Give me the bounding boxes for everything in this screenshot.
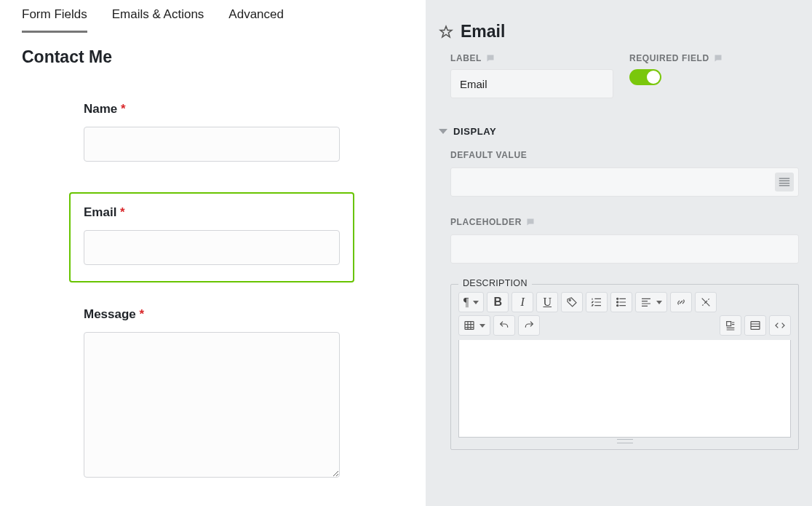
placeholder-heading-text: PLACEHOLDER	[450, 217, 522, 227]
svg-rect-6	[751, 322, 760, 330]
label-input[interactable]	[450, 69, 613, 98]
rte-ordered-list-button[interactable]	[586, 292, 608, 312]
table-icon	[463, 320, 475, 331]
svg-marker-0	[440, 26, 452, 37]
rte-link-button[interactable]	[670, 292, 692, 312]
merge-tag-button[interactable]	[775, 173, 794, 191]
rte-unlink-button[interactable]	[695, 292, 717, 312]
rte-paragraph-button[interactable]: ¶	[458, 292, 484, 312]
media-icon	[725, 320, 736, 331]
rte-unordered-list-button[interactable]	[610, 292, 632, 312]
resize-grip[interactable]	[617, 439, 633, 443]
favorite-star-icon[interactable]	[439, 25, 453, 39]
help-icon[interactable]	[714, 54, 723, 63]
rte-italic-button[interactable]: I	[512, 292, 533, 312]
name-input[interactable]	[84, 127, 340, 162]
form-fields-list: Name * Email * Message *	[22, 102, 426, 481]
rte-undo-button[interactable]	[493, 315, 515, 336]
builder-tabs: Form Fields Emails & Actions Advanced	[22, 7, 426, 33]
rte-underline-button[interactable]: U	[536, 292, 558, 312]
svg-point-1	[570, 299, 571, 301]
tab-emails-actions[interactable]: Emails & Actions	[112, 7, 204, 33]
ordered-list-icon	[591, 296, 602, 308]
panel-title: Email	[461, 22, 505, 41]
help-icon[interactable]	[526, 218, 535, 226]
code-icon	[774, 320, 786, 331]
description-editor[interactable]	[458, 340, 791, 438]
label-setting-col: LABEL	[450, 53, 613, 98]
tab-form-fields[interactable]: Form Fields	[22, 7, 87, 33]
required-setting-col: REQUIRED FIELD	[629, 53, 723, 85]
rte-rows-button[interactable]	[744, 315, 766, 336]
description-heading: DESCRIPTION	[458, 278, 532, 288]
default-value-input[interactable]	[450, 167, 799, 197]
display-section-header[interactable]: DISPLAY	[439, 126, 799, 137]
chevron-down-icon	[439, 129, 447, 134]
field-settings-panel: Email LABEL REQUIRED FIELD	[426, 0, 812, 506]
rte-clearformat-button[interactable]	[561, 292, 583, 312]
email-input[interactable]	[84, 230, 340, 265]
svg-point-4	[617, 305, 618, 307]
rte-toolbar: ¶ B I U	[458, 292, 791, 312]
required-heading-text: REQUIRED FIELD	[629, 53, 709, 63]
label-heading: LABEL	[450, 53, 613, 63]
required-marker: *	[120, 205, 125, 219]
form-builder-canvas: Form Fields Emails & Actions Advanced Co…	[0, 0, 426, 506]
label-heading-text: LABEL	[450, 53, 482, 63]
description-fieldset: DESCRIPTION ¶ B I U	[450, 284, 799, 450]
field-label-email: Email *	[84, 205, 340, 220]
required-marker: *	[121, 102, 126, 116]
help-icon[interactable]	[486, 54, 495, 63]
required-marker: *	[140, 307, 145, 321]
message-textarea[interactable]	[84, 332, 340, 478]
field-block-message[interactable]: Message *	[84, 307, 340, 481]
redo-icon	[523, 320, 535, 331]
rte-redo-button[interactable]	[518, 315, 540, 336]
placeholder-input[interactable]	[450, 234, 799, 264]
field-label-message-text: Message	[84, 307, 136, 321]
required-toggle[interactable]	[629, 69, 661, 85]
field-label-email-text: Email	[84, 205, 116, 219]
placeholder-heading: PLACEHOLDER	[450, 217, 799, 227]
field-label-name-text: Name	[84, 102, 117, 116]
form-title: Contact Me	[22, 47, 426, 67]
svg-point-3	[617, 301, 618, 303]
link-icon	[675, 296, 687, 308]
rows-icon	[749, 320, 761, 331]
toggle-knob	[647, 71, 660, 84]
field-label-name: Name *	[84, 102, 340, 116]
unordered-list-icon	[616, 296, 627, 308]
field-block-email[interactable]: Email *	[69, 192, 354, 282]
rte-bold-button[interactable]: B	[487, 292, 509, 312]
rte-code-button[interactable]	[769, 315, 791, 336]
svg-rect-5	[465, 322, 474, 330]
field-label-message: Message *	[84, 307, 340, 322]
tag-icon	[566, 296, 578, 308]
default-value-heading-text: DEFAULT VALUE	[450, 150, 527, 160]
panel-header: Email	[439, 22, 799, 41]
rte-table-button[interactable]	[458, 315, 490, 336]
tab-advanced[interactable]: Advanced	[228, 7, 284, 33]
field-block-name[interactable]: Name *	[84, 102, 340, 162]
display-heading-text: DISPLAY	[453, 126, 496, 137]
undo-icon	[498, 320, 510, 331]
rte-media-button[interactable]	[720, 315, 741, 336]
unlink-icon	[700, 296, 712, 308]
default-value-heading: DEFAULT VALUE	[450, 150, 799, 160]
rte-align-button[interactable]	[635, 292, 667, 312]
svg-point-2	[617, 298, 618, 299]
required-heading: REQUIRED FIELD	[629, 53, 723, 63]
align-icon	[640, 296, 652, 308]
